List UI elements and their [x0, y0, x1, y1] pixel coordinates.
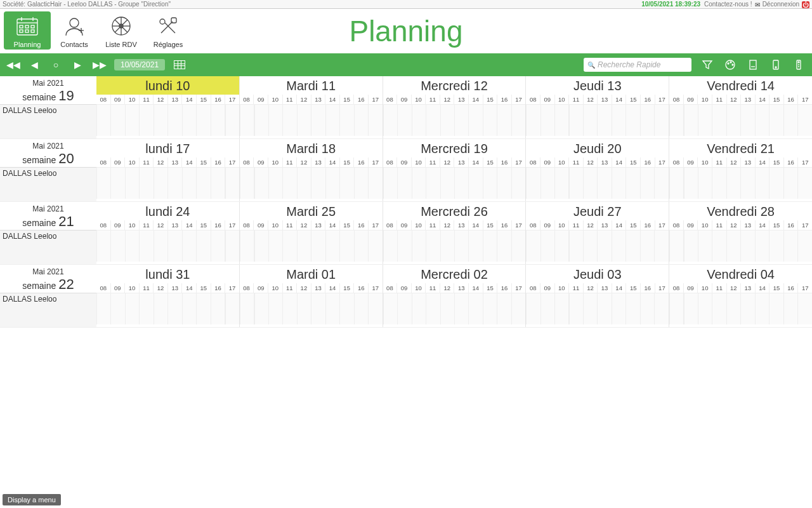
day-grid[interactable] — [240, 230, 383, 262]
day-header[interactable]: Vendredi 28 — [669, 202, 812, 220]
day-header[interactable]: lundi 24 — [96, 202, 239, 220]
day-grid[interactable] — [526, 104, 669, 136]
next-button[interactable]: ▶ — [71, 60, 84, 70]
day-grid[interactable] — [526, 230, 669, 262]
day-header[interactable]: Mardi 11 — [240, 76, 383, 95]
day-column[interactable]: Vendredi 1408091011121314151617 — [669, 76, 812, 138]
day-header[interactable]: Mercredi 19 — [383, 139, 526, 157]
nav-contacts[interactable]: Contacts — [51, 11, 98, 50]
day-header[interactable]: Mercredi 26 — [383, 202, 526, 220]
day-header[interactable]: Jeudi 03 — [526, 265, 669, 283]
day-grid[interactable] — [96, 230, 239, 262]
prev-button[interactable]: ◀ — [28, 60, 41, 70]
day-column[interactable]: Mardi 2508091011121314151617 — [239, 202, 383, 264]
day-column[interactable]: Mardi 1808091011121314151617 — [239, 139, 383, 201]
day-grid[interactable] — [383, 293, 526, 324]
hour-label: 14 — [468, 283, 483, 293]
contact-link[interactable]: Contactez-nous ! — [704, 1, 752, 8]
hour-label: 14 — [755, 220, 769, 230]
day-grid[interactable] — [669, 167, 812, 199]
day-column[interactable]: Mercredi 2608091011121314151617 — [383, 202, 526, 264]
hour-label: 14 — [325, 283, 339, 293]
day-grid[interactable] — [96, 293, 239, 324]
nav-planning[interactable]: Planning — [4, 11, 51, 50]
day-grid[interactable] — [96, 167, 239, 199]
grid-view-icon[interactable] — [174, 60, 185, 69]
document-icon[interactable] — [746, 58, 760, 72]
day-header[interactable]: Vendredi 04 — [669, 265, 812, 283]
hour-label: 15 — [483, 95, 497, 104]
day-header[interactable]: Mercredi 12 — [383, 76, 526, 95]
day-column[interactable]: Vendredi 2108091011121314151617 — [669, 139, 812, 201]
day-header[interactable]: Jeudi 13 — [526, 76, 669, 95]
day-grid[interactable] — [240, 104, 383, 136]
device-icon[interactable] — [769, 58, 783, 72]
day-column[interactable]: Mercredi 0208091011121314151617 — [383, 265, 526, 327]
day-grid[interactable] — [383, 167, 526, 199]
day-column[interactable]: Jeudi 2708091011121314151617 — [525, 202, 669, 264]
nav-listerdv[interactable]: Liste RDV — [98, 11, 145, 50]
hour-label: 10 — [411, 220, 426, 230]
today-button[interactable] — [49, 60, 62, 70]
hour-label: 10 — [697, 95, 712, 104]
day-column[interactable]: Jeudi 1308091011121314151617 — [525, 76, 669, 138]
day-column[interactable]: Jeudi 2008091011121314151617 — [525, 139, 669, 201]
hour-label: 14 — [468, 220, 483, 230]
day-column[interactable]: lundi 1008091011121314151617 — [96, 76, 239, 138]
day-header[interactable]: Mardi 25 — [240, 202, 383, 220]
nav-reglages[interactable]: Réglages — [145, 11, 192, 50]
nav-reglages-label: Réglages — [146, 41, 190, 48]
day-header[interactable]: Jeudi 20 — [526, 139, 669, 157]
contacts-icon — [52, 13, 96, 39]
day-header[interactable]: Mercredi 02 — [383, 265, 526, 283]
day-header[interactable]: lundi 31 — [96, 265, 239, 283]
day-grid[interactable] — [526, 293, 669, 324]
power-icon[interactable] — [802, 1, 809, 8]
day-column[interactable]: Mardi 1108091011121314151617 — [239, 76, 383, 138]
mail-icon[interactable] — [755, 1, 763, 8]
day-grid[interactable] — [669, 230, 812, 262]
day-header[interactable]: Mardi 01 — [240, 265, 383, 283]
logout-link[interactable]: Déconnexion — [763, 1, 799, 8]
hour-label: 15 — [625, 283, 640, 293]
day-column[interactable]: Mercredi 1908091011121314151617 — [383, 139, 526, 201]
day-grid[interactable] — [240, 167, 383, 199]
day-header[interactable]: Jeudi 27 — [526, 202, 669, 220]
palette-icon[interactable] — [723, 58, 737, 72]
hours-row: 08091011121314151617 — [240, 157, 383, 167]
hour-label: 16 — [211, 95, 225, 104]
remote-icon[interactable] — [792, 58, 806, 72]
day-column[interactable]: lundi 3108091011121314151617 — [96, 265, 239, 327]
date-picker[interactable]: 10/05/2021 — [114, 59, 165, 70]
day-column[interactable]: Jeudi 0308091011121314151617 — [525, 265, 669, 327]
fast-prev-button[interactable]: ◀◀ — [6, 60, 19, 70]
day-header[interactable]: Vendredi 21 — [669, 139, 812, 157]
hour-label: 09 — [253, 95, 268, 104]
day-header[interactable]: lundi 10 — [96, 76, 239, 95]
day-column[interactable]: Mardi 0108091011121314151617 — [239, 265, 383, 327]
day-column[interactable]: Vendredi 0408091011121314151617 — [669, 265, 812, 327]
day-column[interactable]: Mercredi 1208091011121314151617 — [383, 76, 526, 138]
hour-label: 14 — [325, 95, 339, 104]
day-grid[interactable] — [96, 104, 239, 136]
hour-label: 12 — [726, 283, 741, 293]
day-grid[interactable] — [669, 104, 812, 136]
day-header[interactable]: Vendredi 14 — [669, 76, 812, 95]
day-header[interactable]: lundi 17 — [96, 139, 239, 157]
fast-next-button[interactable]: ▶▶ — [93, 60, 105, 70]
day-header[interactable]: Mardi 18 — [240, 139, 383, 157]
hour-label: 13 — [454, 283, 468, 293]
search-input[interactable]: Recherche Rapide — [584, 58, 691, 72]
day-grid[interactable] — [383, 104, 526, 136]
day-grid[interactable] — [526, 167, 669, 199]
hour-label: 08 — [669, 157, 683, 167]
day-column[interactable]: Vendredi 2808091011121314151617 — [669, 202, 812, 264]
day-grid[interactable] — [669, 293, 812, 324]
filter-icon[interactable] — [700, 58, 714, 72]
day-grid[interactable] — [240, 293, 383, 324]
day-column[interactable]: lundi 1708091011121314151617 — [96, 139, 239, 201]
days-container: lundi 3108091011121314151617Mardi 010809… — [96, 265, 812, 327]
day-column[interactable]: lundi 2408091011121314151617 — [96, 202, 239, 264]
day-grid[interactable] — [383, 230, 526, 262]
hour-label: 13 — [740, 95, 755, 104]
